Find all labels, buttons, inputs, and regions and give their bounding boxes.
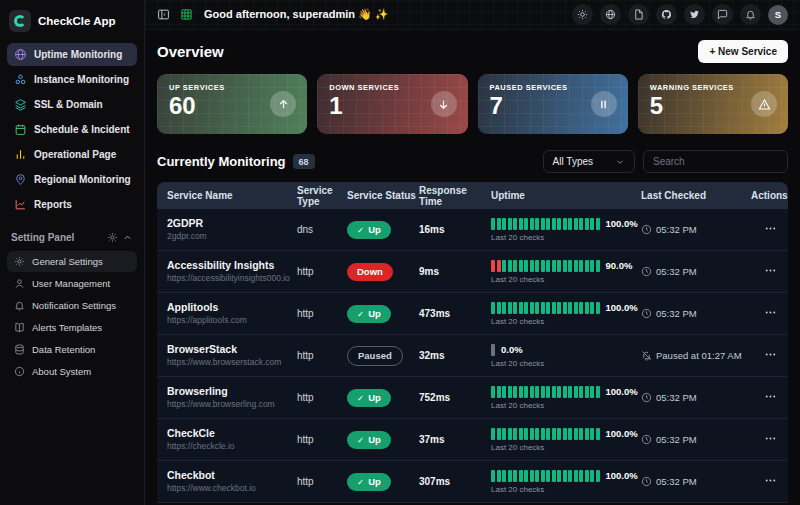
settings-panel-header[interactable]: Setting Panel: [7, 218, 137, 251]
sidebar-item-uptime-monitoring[interactable]: Uptime Monitoring: [7, 43, 137, 66]
service-url: https://accessibilityinsights000.io: [167, 273, 297, 284]
settings-item-label: Notification Settings: [32, 300, 116, 311]
row-actions-button[interactable]: [764, 432, 777, 448]
row-actions-button[interactable]: [764, 474, 777, 490]
uptime-bars-row: 0.0%: [491, 344, 641, 356]
clock-icon: [641, 224, 652, 235]
uptime-bar: [596, 428, 600, 440]
uptime-bar: [535, 302, 539, 314]
table-row-browserstack[interactable]: BrowserStackhttps://www.browserstack.com…: [157, 335, 788, 377]
uptime-checks-label: Last 20 checks: [491, 443, 641, 452]
stat-card-paused-services[interactable]: PAUSED SERVICES7: [478, 74, 628, 134]
service-name-cell: Browserlinghttps://www.browserling.com: [167, 385, 297, 410]
language-button[interactable]: [600, 4, 621, 25]
sidebar-menu: Uptime MonitoringInstance MonitoringSSL …: [7, 43, 137, 218]
stat-card-down-services[interactable]: DOWN SERVICES1: [317, 74, 467, 134]
settings-item-user-management[interactable]: User Management: [7, 273, 137, 294]
last-checked-cell: 05:32 PM: [641, 476, 751, 487]
table-row-checkbot[interactable]: Checkbothttps://www.checkbot.iohttp✓Up30…: [157, 461, 788, 503]
service-url: https://www.browserling.com: [167, 399, 297, 410]
app-logo[interactable]: CheckCle App: [7, 8, 137, 43]
user-icon: [14, 278, 25, 289]
row-actions-button[interactable]: [764, 306, 777, 322]
new-service-button[interactable]: + New Service: [698, 40, 788, 63]
row-actions-button[interactable]: [764, 222, 777, 238]
table-row-browserling[interactable]: Browserlinghttps://www.browserling.comht…: [157, 377, 788, 419]
settings-item-data-retention[interactable]: Data Retention: [7, 339, 137, 360]
uptime-bar: [519, 302, 523, 314]
stat-card-label: PAUSED SERVICES: [490, 83, 616, 92]
uptime-bar: [557, 260, 561, 272]
theme-toggle-button[interactable]: [572, 4, 593, 25]
uptime-bar: [535, 260, 539, 272]
feedback-button[interactable]: [712, 4, 733, 25]
table-row-2gdpr[interactable]: 2GDPR2gdpr.comdns✓Up16ms100.0%Last 20 ch…: [157, 209, 788, 251]
uptime-bar: [497, 302, 501, 314]
uptime-bar: [574, 218, 578, 230]
uptime-bar: [497, 470, 501, 482]
notifications-button[interactable]: [740, 4, 761, 25]
app-logo-icon: [9, 10, 31, 32]
uptime-bar: [508, 260, 512, 272]
settings-item-alerts-templates[interactable]: Alerts Templates: [7, 317, 137, 338]
uptime-bar: [585, 302, 589, 314]
uptime-bar: [513, 302, 517, 314]
uptime-checks-label: Last 20 checks: [491, 359, 641, 368]
uptime-cell: 100.0%Last 20 checks: [491, 428, 641, 452]
row-actions-button[interactable]: [764, 390, 777, 406]
uptime-bar: [579, 386, 583, 398]
row-actions-button[interactable]: [764, 264, 777, 280]
table-row-applitools[interactable]: Applitoolshttps://applitools.comhttp✓Up4…: [157, 293, 788, 335]
github-button[interactable]: [656, 4, 677, 25]
stat-card-label: DOWN SERVICES: [329, 83, 455, 92]
apps-grid-button[interactable]: [180, 8, 193, 21]
settings-item-notification-settings[interactable]: Notification Settings: [7, 295, 137, 316]
last-checked-text: 05:32 PM: [656, 266, 697, 277]
sidebar-item-operational-page[interactable]: Operational Page: [7, 143, 137, 166]
chat-icon: [717, 9, 728, 20]
table-row-accessibility-insights[interactable]: Accessibility Insightshttps://accessibil…: [157, 251, 788, 293]
uptime-bar: [491, 344, 495, 356]
sidebar-item-instance-monitoring[interactable]: Instance Monitoring: [7, 68, 137, 91]
sidebar-item-regional-monitoring[interactable]: Regional Monitoring: [7, 168, 137, 191]
row-actions-button[interactable]: [764, 348, 777, 364]
uptime-bar: [541, 386, 545, 398]
user-avatar[interactable]: S: [768, 5, 788, 25]
uptime-bar: [568, 470, 572, 482]
service-name: Accessibility Insights: [167, 259, 297, 273]
docs-button[interactable]: [628, 4, 649, 25]
uptime-bar: [508, 386, 512, 398]
uptime-bar: [513, 470, 517, 482]
clock-icon: [641, 434, 652, 445]
uptime-bar: [552, 470, 556, 482]
map-pin-icon: [14, 173, 27, 186]
uptime-bar: [513, 386, 517, 398]
uptime-bar: [579, 218, 583, 230]
status-badge: ✓Up: [347, 221, 391, 239]
settings-item-about-system[interactable]: About System: [7, 361, 137, 382]
type-filter-select[interactable]: All Types: [543, 150, 635, 173]
uptime-bar: [552, 386, 556, 398]
twitter-button[interactable]: [684, 4, 705, 25]
sidebar-item-reports[interactable]: Reports: [7, 193, 137, 216]
gear-icon: [14, 256, 25, 267]
stat-card-up-services[interactable]: UP SERVICES60: [157, 74, 307, 134]
service-name-cell: Accessibility Insightshttps://accessibil…: [167, 259, 297, 284]
uptime-bars: [491, 218, 600, 230]
uptime-bar: [590, 218, 594, 230]
settings-menu: General SettingsUser ManagementNotificat…: [7, 251, 137, 383]
sidebar-item-schedule-incident[interactable]: Schedule & Incident: [7, 118, 137, 141]
search-input[interactable]: [643, 150, 788, 173]
column-header-last-checked: Last Checked: [641, 190, 751, 201]
uptime-bar: [497, 428, 501, 440]
settings-item-general-settings[interactable]: General Settings: [7, 251, 137, 272]
collapse-sidebar-button[interactable]: [157, 8, 170, 21]
uptime-bar: [519, 260, 523, 272]
table-row-checkcle[interactable]: CheckClehttps://checkcle.iohttp✓Up37ms10…: [157, 419, 788, 461]
uptime-bar: [502, 386, 506, 398]
uptime-bar: [557, 218, 561, 230]
response-time: 307ms: [419, 476, 491, 487]
sidebar-item-ssl-domain[interactable]: SSL & Domain: [7, 93, 137, 116]
stat-card-warning-services[interactable]: WARNING SERVICES5: [638, 74, 788, 134]
service-name-cell: 2GDPR2gdpr.com: [167, 217, 297, 242]
